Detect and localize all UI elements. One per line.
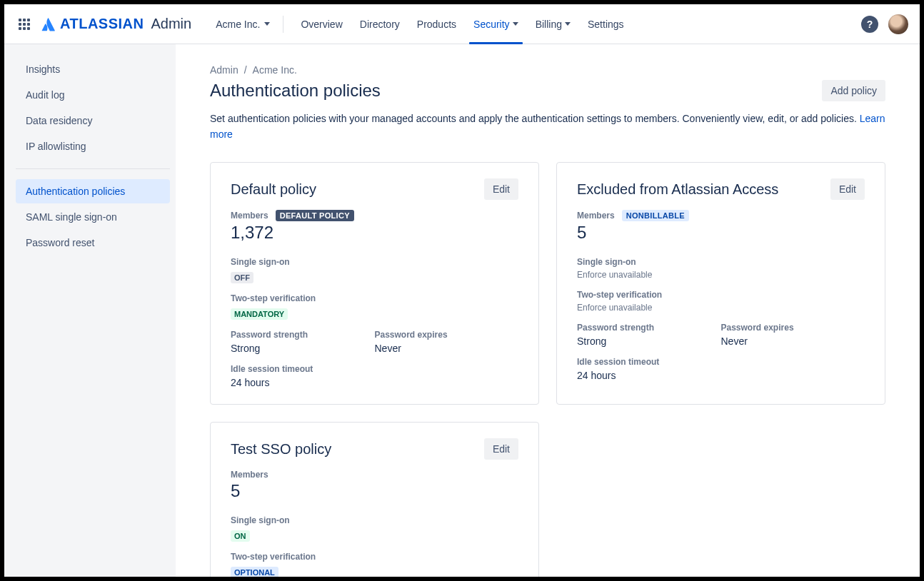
main-content: Admin / Acme Inc. Authentication policie…: [176, 44, 920, 577]
two-step-label: Two-step verification: [577, 290, 865, 300]
policy-title: Default policy: [231, 181, 316, 198]
page-description: Set authentication policies with your ma…: [210, 111, 885, 142]
members-label: Members: [231, 211, 268, 221]
sidebar-divider: [16, 168, 170, 169]
nav-label: Overview: [301, 19, 342, 30]
chevron-down-icon: [565, 22, 571, 26]
pw-strength-label: Password strength: [231, 330, 375, 340]
nav-security[interactable]: Security: [465, 4, 527, 44]
top-header: ATLASSIAN Admin Acme Inc. Overview Direc…: [4, 4, 920, 44]
sso-label: Single sign-on: [231, 515, 518, 525]
edit-policy-button[interactable]: Edit: [484, 438, 518, 460]
add-policy-button[interactable]: Add policy: [822, 80, 885, 101]
two-step-label: Two-step verification: [231, 293, 518, 303]
pw-expires-value: Never: [375, 343, 519, 354]
logo-text: ATLASSIAN: [60, 16, 144, 32]
sidebar-item-audit-log[interactable]: Audit log: [16, 83, 170, 107]
members-count: 5: [231, 481, 518, 501]
chevron-down-icon: [264, 22, 270, 26]
policy-card-default: Default policy Edit Members DEFAULT POLI…: [210, 162, 539, 405]
pw-expires-value: Never: [721, 335, 865, 347]
chevron-down-icon: [513, 22, 518, 26]
edit-policy-button[interactable]: Edit: [830, 178, 865, 200]
pw-strength-label: Password strength: [577, 323, 721, 333]
sidebar: Insights Audit log Data residency IP all…: [4, 44, 176, 577]
two-step-status-lozenge: OPTIONAL: [231, 567, 278, 577]
sidebar-item-password-reset[interactable]: Password reset: [16, 231, 170, 255]
logo-suffix: Admin: [151, 16, 191, 32]
two-step-label: Two-step verification: [231, 552, 518, 562]
policy-card-test-sso: Test SSO policy Edit Members 5 Single si…: [210, 422, 539, 577]
atlassian-mark-icon: [41, 17, 56, 31]
nav-label: Directory: [360, 19, 400, 30]
nav-directory[interactable]: Directory: [351, 4, 408, 44]
members-label: Members: [577, 211, 615, 221]
description-text: Set authentication policies with your ma…: [210, 113, 860, 124]
sso-unavailable-text: Enforce unavailable: [577, 270, 865, 280]
sidebar-item-ip-allowlisting[interactable]: IP allowlisting: [16, 134, 170, 158]
two-step-status-lozenge: MANDATORY: [231, 308, 288, 320]
pw-expires-label: Password expires: [721, 323, 865, 333]
breadcrumb-separator: /: [244, 64, 247, 76]
policy-card-excluded: Excluded from Atlassian Access Edit Memb…: [556, 162, 885, 405]
members-count: 5: [577, 223, 865, 243]
nav-label: Settings: [588, 19, 624, 30]
idle-value: 24 hours: [231, 377, 518, 388]
breadcrumb: Admin / Acme Inc.: [210, 64, 885, 76]
idle-value: 24 hours: [577, 370, 865, 381]
avatar[interactable]: [888, 14, 908, 34]
breadcrumb-org[interactable]: Acme Inc.: [253, 64, 297, 76]
idle-label: Idle session timeout: [577, 357, 865, 367]
policy-title: Excluded from Atlassian Access: [577, 181, 778, 198]
atlassian-logo[interactable]: ATLASSIAN Admin: [41, 16, 191, 32]
app-switcher-icon[interactable]: [16, 16, 33, 33]
pw-strength-value: Strong: [577, 335, 721, 347]
idle-label: Idle session timeout: [231, 364, 518, 374]
nav-label: Billing: [536, 19, 562, 30]
nav-overview[interactable]: Overview: [292, 4, 351, 44]
page-title: Authentication policies: [210, 81, 381, 101]
sso-status-lozenge: ON: [231, 530, 250, 542]
pw-strength-value: Strong: [231, 343, 375, 354]
default-policy-badge: DEFAULT POLICY: [276, 210, 354, 221]
help-icon[interactable]: ?: [861, 16, 878, 33]
members-label: Members: [231, 470, 268, 480]
sidebar-item-data-residency[interactable]: Data residency: [16, 108, 170, 133]
breadcrumb-admin[interactable]: Admin: [210, 64, 238, 76]
sso-label: Single sign-on: [231, 257, 518, 267]
members-count: 1,372: [231, 223, 518, 243]
sso-status-lozenge: OFF: [231, 272, 253, 283]
nonbillable-badge: NONBILLABLE: [622, 210, 689, 221]
sidebar-item-saml-sso[interactable]: SAML single sign-on: [16, 205, 170, 229]
sidebar-item-authentication-policies[interactable]: Authentication policies: [16, 179, 170, 203]
nav-settings[interactable]: Settings: [579, 4, 633, 44]
org-name: Acme Inc.: [216, 19, 260, 30]
top-nav: Overview Directory Products Security Bil…: [292, 4, 632, 44]
edit-policy-button[interactable]: Edit: [484, 178, 518, 200]
header-divider: [283, 16, 283, 33]
nav-label: Security: [473, 19, 510, 30]
nav-billing[interactable]: Billing: [527, 4, 579, 44]
pw-expires-label: Password expires: [375, 330, 519, 340]
nav-products[interactable]: Products: [408, 4, 465, 44]
org-switcher[interactable]: Acme Inc.: [209, 14, 277, 34]
nav-label: Products: [417, 19, 456, 30]
sso-label: Single sign-on: [577, 257, 865, 267]
policy-title: Test SSO policy: [231, 441, 331, 458]
two-step-unavailable-text: Enforce unavailable: [577, 303, 865, 313]
sidebar-item-insights[interactable]: Insights: [16, 57, 170, 81]
